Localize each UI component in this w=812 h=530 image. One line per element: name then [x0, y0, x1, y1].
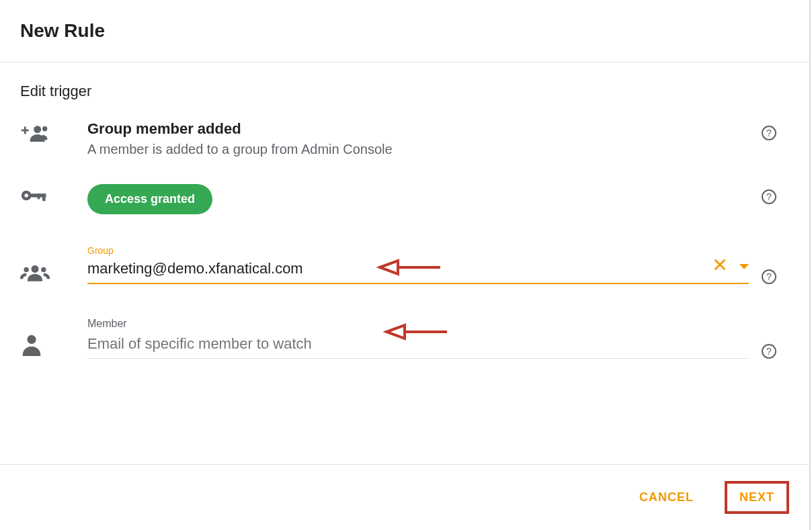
- help-icon[interactable]: ?: [762, 344, 776, 359]
- dropdown-icon[interactable]: [739, 264, 749, 269]
- access-row: Access granted ?: [0, 177, 809, 221]
- member-row: Member ?: [0, 311, 809, 365]
- person-icon: [20, 333, 43, 359]
- help-icon[interactable]: ?: [762, 189, 776, 204]
- svg-point-11: [41, 267, 46, 272]
- svg-rect-7: [42, 193, 46, 201]
- group-row: Group ?: [0, 238, 809, 291]
- svg-rect-8: [38, 193, 40, 199]
- svg-point-0: [34, 126, 41, 133]
- trigger-row: Group member added A member is added to …: [0, 114, 809, 164]
- annotation-highlight: NEXT: [725, 481, 789, 514]
- trigger-title: Group member added: [87, 120, 749, 138]
- group-icon: [20, 264, 50, 284]
- group-add-icon: [20, 124, 50, 147]
- cancel-button[interactable]: CANCEL: [628, 484, 704, 511]
- svg-point-5: [24, 193, 28, 197]
- group-field-label: Group: [87, 245, 749, 256]
- clear-icon[interactable]: [713, 257, 727, 276]
- svg-point-9: [32, 265, 39, 273]
- next-button[interactable]: NEXT: [735, 488, 778, 507]
- svg-rect-3: [24, 127, 26, 134]
- svg-point-10: [24, 267, 29, 272]
- member-input[interactable]: [87, 335, 702, 353]
- page-title: New Rule: [20, 20, 789, 42]
- svg-point-16: [27, 335, 36, 344]
- member-field-label: Member: [87, 318, 749, 330]
- trigger-description: A member is added to a group from Admin …: [87, 142, 749, 157]
- group-input[interactable]: [87, 260, 702, 277]
- key-icon: [20, 188, 50, 206]
- group-input-wrap[interactable]: [87, 257, 749, 284]
- access-status-chip: Access granted: [87, 184, 212, 214]
- help-icon[interactable]: ?: [762, 269, 776, 284]
- footer: CANCEL NEXT: [0, 464, 809, 530]
- member-input-wrap[interactable]: [87, 333, 749, 359]
- help-icon[interactable]: ?: [762, 126, 776, 140]
- section-title: Edit trigger: [0, 62, 809, 114]
- svg-point-1: [42, 126, 47, 131]
